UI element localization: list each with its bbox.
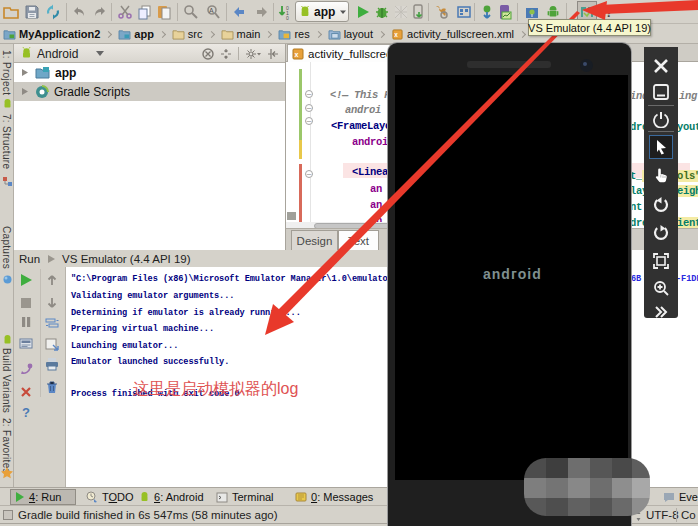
svg-text:?: ? [605,5,613,20]
svg-text:x: x [394,31,398,38]
svg-text:x: x [294,51,298,58]
svg-text:0: 0 [286,15,289,20]
svg-text:?: ? [22,405,30,419]
svg-text:A: A [209,7,214,14]
